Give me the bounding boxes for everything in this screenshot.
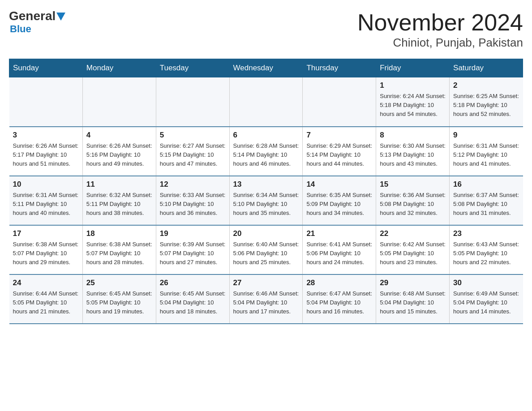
day-number: 30 [453,278,519,287]
day-cell: 4Sunrise: 6:26 AM Sunset: 5:16 PM Daylig… [82,127,156,176]
day-info: Sunrise: 6:35 AM Sunset: 5:09 PM Dayligh… [306,192,372,216]
week-row-4: 17Sunrise: 6:38 AM Sunset: 5:07 PM Dayli… [9,225,523,274]
day-cell: 16Sunrise: 6:37 AM Sunset: 5:08 PM Dayli… [450,176,523,225]
day-info: Sunrise: 6:38 AM Sunset: 5:07 PM Dayligh… [86,241,152,265]
day-info: Sunrise: 6:26 AM Sunset: 5:17 PM Dayligh… [13,142,79,167]
day-cell: 22Sunrise: 6:42 AM Sunset: 5:05 PM Dayli… [376,225,450,274]
day-info: Sunrise: 6:45 AM Sunset: 5:05 PM Dayligh… [86,290,152,315]
day-cell: 11Sunrise: 6:32 AM Sunset: 5:11 PM Dayli… [82,176,156,225]
logo: General Blue [9,9,65,35]
weekday-header-saturday: Saturday [450,59,523,77]
day-cell: 17Sunrise: 6:38 AM Sunset: 5:07 PM Dayli… [9,225,83,274]
day-number: 28 [306,278,372,287]
day-cell: 21Sunrise: 6:41 AM Sunset: 5:06 PM Dayli… [303,225,376,274]
day-number: 2 [453,81,519,90]
title-block: November 2024 Chiniot, Punjab, Pakistan [357,9,523,50]
day-info: Sunrise: 6:24 AM Sunset: 5:18 PM Dayligh… [380,93,446,117]
day-number: 9 [453,131,519,140]
day-number: 15 [380,180,446,189]
day-number: 19 [160,229,226,238]
day-info: Sunrise: 6:39 AM Sunset: 5:07 PM Dayligh… [160,241,226,265]
day-info: Sunrise: 6:48 AM Sunset: 5:04 PM Dayligh… [380,290,446,315]
weekday-header-friday: Friday [376,59,450,77]
day-number: 4 [86,131,152,140]
logo-triangle-icon [56,13,65,21]
day-number: 7 [306,131,372,140]
week-row-3: 10Sunrise: 6:31 AM Sunset: 5:11 PM Dayli… [9,176,523,225]
day-number: 11 [86,180,152,189]
day-number: 29 [380,278,446,287]
day-cell [229,77,303,127]
day-info: Sunrise: 6:44 AM Sunset: 5:05 PM Dayligh… [13,290,79,315]
day-cell: 19Sunrise: 6:39 AM Sunset: 5:07 PM Dayli… [156,225,229,274]
logo-general-text: General [9,9,56,23]
day-cell: 27Sunrise: 6:46 AM Sunset: 5:04 PM Dayli… [229,274,303,324]
day-cell: 13Sunrise: 6:34 AM Sunset: 5:10 PM Dayli… [229,176,303,225]
day-number: 21 [306,229,372,238]
day-cell: 29Sunrise: 6:48 AM Sunset: 5:04 PM Dayli… [376,274,450,324]
weekday-header-sunday: Sunday [9,59,83,77]
day-cell: 12Sunrise: 6:33 AM Sunset: 5:10 PM Dayli… [156,176,229,225]
day-cell: 24Sunrise: 6:44 AM Sunset: 5:05 PM Dayli… [9,274,83,324]
day-info: Sunrise: 6:31 AM Sunset: 5:12 PM Dayligh… [453,142,519,167]
day-info: Sunrise: 6:46 AM Sunset: 5:04 PM Dayligh… [233,290,299,315]
day-cell: 10Sunrise: 6:31 AM Sunset: 5:11 PM Dayli… [9,176,83,225]
day-info: Sunrise: 6:26 AM Sunset: 5:16 PM Dayligh… [86,142,152,167]
day-info: Sunrise: 6:40 AM Sunset: 5:06 PM Dayligh… [233,241,299,265]
day-info: Sunrise: 6:36 AM Sunset: 5:08 PM Dayligh… [380,192,446,216]
day-cell: 8Sunrise: 6:30 AM Sunset: 5:13 PM Daylig… [376,127,450,176]
logo-blue-text: Blue [10,23,31,34]
day-cell: 20Sunrise: 6:40 AM Sunset: 5:06 PM Dayli… [229,225,303,274]
day-info: Sunrise: 6:31 AM Sunset: 5:11 PM Dayligh… [13,192,79,216]
day-number: 13 [233,180,299,189]
day-number: 27 [233,278,299,287]
day-number: 18 [86,229,152,238]
day-cell: 30Sunrise: 6:49 AM Sunset: 5:04 PM Dayli… [450,274,523,324]
day-info: Sunrise: 6:45 AM Sunset: 5:04 PM Dayligh… [160,290,226,315]
weekday-header-monday: Monday [82,59,156,77]
day-number: 10 [13,180,79,189]
day-info: Sunrise: 6:33 AM Sunset: 5:10 PM Dayligh… [160,192,226,216]
weekday-header-row: SundayMondayTuesdayWednesdayThursdayFrid… [9,59,523,77]
day-number: 23 [453,229,519,238]
day-cell: 9Sunrise: 6:31 AM Sunset: 5:12 PM Daylig… [450,127,523,176]
day-info: Sunrise: 6:27 AM Sunset: 5:15 PM Dayligh… [160,142,226,167]
day-info: Sunrise: 6:43 AM Sunset: 5:05 PM Dayligh… [453,241,519,265]
day-number: 16 [453,180,519,189]
day-info: Sunrise: 6:47 AM Sunset: 5:04 PM Dayligh… [306,290,372,315]
weekday-header-tuesday: Tuesday [156,59,229,77]
day-cell: 1Sunrise: 6:24 AM Sunset: 5:18 PM Daylig… [376,77,450,127]
day-number: 17 [13,229,79,238]
day-info: Sunrise: 6:49 AM Sunset: 5:04 PM Dayligh… [453,290,519,315]
day-number: 26 [160,278,226,287]
day-info: Sunrise: 6:34 AM Sunset: 5:10 PM Dayligh… [233,192,299,216]
calendar-table: SundayMondayTuesdayWednesdayThursdayFrid… [9,59,523,324]
day-info: Sunrise: 6:41 AM Sunset: 5:06 PM Dayligh… [306,241,372,265]
day-cell: 2Sunrise: 6:25 AM Sunset: 5:18 PM Daylig… [450,77,523,127]
day-number: 3 [13,131,79,140]
day-cell: 25Sunrise: 6:45 AM Sunset: 5:05 PM Dayli… [82,274,156,324]
page-header: General Blue November 2024 Chiniot, Punj… [9,9,523,50]
day-number: 24 [13,278,79,287]
week-row-2: 3Sunrise: 6:26 AM Sunset: 5:17 PM Daylig… [9,127,523,176]
day-cell: 28Sunrise: 6:47 AM Sunset: 5:04 PM Dayli… [303,274,376,324]
day-info: Sunrise: 6:42 AM Sunset: 5:05 PM Dayligh… [380,241,446,265]
day-cell: 7Sunrise: 6:29 AM Sunset: 5:14 PM Daylig… [303,127,376,176]
day-cell: 15Sunrise: 6:36 AM Sunset: 5:08 PM Dayli… [376,176,450,225]
day-info: Sunrise: 6:32 AM Sunset: 5:11 PM Dayligh… [86,192,152,216]
weekday-header-thursday: Thursday [303,59,376,77]
day-number: 22 [380,229,446,238]
day-number: 1 [380,81,446,90]
day-cell: 6Sunrise: 6:28 AM Sunset: 5:14 PM Daylig… [229,127,303,176]
day-number: 12 [160,180,226,189]
day-cell [156,77,229,127]
day-number: 5 [160,131,226,140]
day-cell: 14Sunrise: 6:35 AM Sunset: 5:09 PM Dayli… [303,176,376,225]
day-info: Sunrise: 6:37 AM Sunset: 5:08 PM Dayligh… [453,192,519,216]
day-cell: 18Sunrise: 6:38 AM Sunset: 5:07 PM Dayli… [82,225,156,274]
day-info: Sunrise: 6:30 AM Sunset: 5:13 PM Dayligh… [380,142,446,167]
day-cell: 23Sunrise: 6:43 AM Sunset: 5:05 PM Dayli… [450,225,523,274]
day-number: 20 [233,229,299,238]
day-info: Sunrise: 6:25 AM Sunset: 5:18 PM Dayligh… [453,93,519,117]
day-number: 14 [306,180,372,189]
